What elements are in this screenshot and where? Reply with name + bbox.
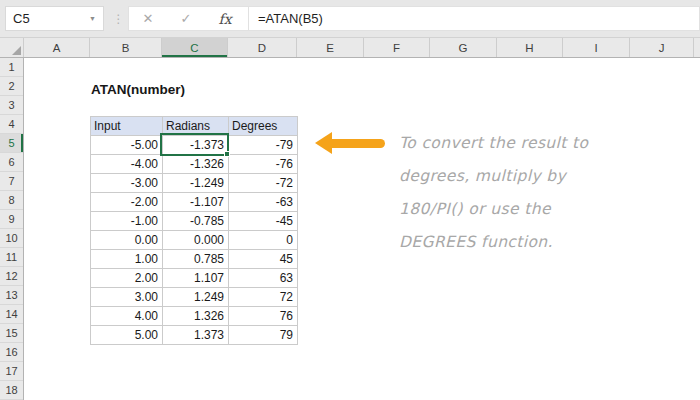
column-header-g[interactable]: G [430, 38, 497, 57]
cell-c15[interactable]: 1.373 [163, 326, 229, 345]
cell-c11[interactable]: 0.785 [163, 250, 229, 269]
note-line: To convert the result to [399, 127, 588, 160]
cell-c9[interactable]: -0.785 [163, 212, 229, 231]
table-row: -2.00 -1.107 -63 [91, 193, 298, 212]
table-row: 1.00 0.785 45 [91, 250, 298, 269]
row-header-12[interactable]: 12 [0, 267, 23, 286]
insert-function-icon[interactable]: fx [205, 11, 245, 27]
row-header-9[interactable]: 9 [0, 210, 23, 229]
cell-b8[interactable]: -2.00 [91, 193, 163, 212]
annotation-note: To convert the result to degrees, multip… [399, 127, 588, 259]
fill-handle[interactable] [224, 151, 230, 157]
row-header-15[interactable]: 15 [0, 324, 23, 343]
function-title-cell[interactable]: ATAN(number) [91, 82, 185, 97]
row-header-8[interactable]: 8 [0, 191, 23, 210]
cell-d9[interactable]: -45 [229, 212, 298, 231]
table-row: -3.00 -1.249 -72 [91, 174, 298, 193]
cell-c5-active[interactable]: -1.373 [163, 136, 229, 155]
cell-d5[interactable]: -79 [229, 136, 298, 155]
select-all-triangle-icon [12, 46, 21, 55]
cell-c10[interactable]: 0.000 [163, 231, 229, 250]
column-header-j[interactable]: J [630, 38, 694, 57]
cell-c7[interactable]: -1.249 [163, 174, 229, 193]
cell-d15[interactable]: 79 [229, 326, 298, 345]
row-header-5[interactable]: 5 [0, 134, 23, 153]
table-header-row: Input Radians Degrees [91, 117, 298, 136]
cell-d8[interactable]: -63 [229, 193, 298, 212]
row-header-11[interactable]: 11 [0, 248, 23, 267]
cell-c12[interactable]: 1.107 [163, 269, 229, 288]
name-box-value: C5 [13, 11, 30, 26]
table-row: 4.00 1.326 76 [91, 307, 298, 326]
cell-b5[interactable]: -5.00 [91, 136, 163, 155]
column-header-h[interactable]: H [497, 38, 563, 57]
table-row: 0.00 0.000 0 [91, 231, 298, 250]
cell-b9[interactable]: -1.00 [91, 212, 163, 231]
column-header-e[interactable]: E [297, 38, 364, 57]
toolbar-separator-dots-icon: ⋮ [112, 6, 126, 31]
table-row: -5.00 -1.373 -79 [91, 136, 298, 155]
cell-d7[interactable]: -72 [229, 174, 298, 193]
cell-b15[interactable]: 5.00 [91, 326, 163, 345]
row-header-strip: 1 2 3 4 5 6 7 8 9 10 11 12 13 14 15 16 1… [0, 58, 24, 400]
row-header-13[interactable]: 13 [0, 286, 23, 305]
formula-toolbar: C5 ▼ ⋮ ✕ ✓ fx =ATAN(B5) [0, 0, 700, 38]
cell-b14[interactable]: 4.00 [91, 307, 163, 326]
cancel-icon[interactable]: ✕ [129, 11, 167, 26]
header-cell-degrees[interactable]: Degrees [229, 117, 298, 136]
table-row: -1.00 -0.785 -45 [91, 212, 298, 231]
name-box-dropdown-icon[interactable]: ▼ [89, 15, 103, 22]
table-row: 2.00 1.107 63 [91, 269, 298, 288]
column-header-c[interactable]: C [162, 38, 228, 57]
row-header-17[interactable]: 17 [0, 362, 23, 381]
cell-d12[interactable]: 63 [229, 269, 298, 288]
column-header-d[interactable]: D [228, 38, 297, 57]
row-header-1[interactable]: 1 [0, 58, 23, 77]
row-header-4[interactable]: 4 [0, 115, 23, 134]
column-header-f[interactable]: F [364, 38, 430, 57]
row-header-18[interactable]: 18 [0, 381, 23, 400]
formula-bar-input[interactable]: =ATAN(B5) [249, 11, 323, 26]
cell-c13[interactable]: 1.249 [163, 288, 229, 307]
atan-example-table: Input Radians Degrees -5.00 -1.373 -79 -… [90, 116, 298, 345]
cell-b6[interactable]: -4.00 [91, 155, 163, 174]
row-header-2[interactable]: 2 [0, 77, 23, 96]
row-header-16[interactable]: 16 [0, 343, 23, 362]
table-row: 5.00 1.373 79 [91, 326, 298, 345]
select-all-corner[interactable] [0, 38, 24, 57]
cell-d14[interactable]: 76 [229, 307, 298, 326]
annotation-arrow-shaft [329, 139, 385, 148]
confirm-icon[interactable]: ✓ [167, 11, 205, 26]
note-line: 180/PI() or use the [399, 193, 588, 226]
name-box[interactable]: C5 ▼ [5, 6, 104, 31]
row-header-10[interactable]: 10 [0, 229, 23, 248]
column-header-b[interactable]: B [90, 38, 162, 57]
cell-d6[interactable]: -76 [229, 155, 298, 174]
column-header-a[interactable]: A [24, 38, 90, 57]
cell-b13[interactable]: 3.00 [91, 288, 163, 307]
excel-window: C5 ▼ ⋮ ✕ ✓ fx =ATAN(B5) A B C D E F G H … [0, 0, 700, 400]
formula-strip: ✕ ✓ fx =ATAN(B5) [128, 6, 700, 31]
note-line: degrees, multiply by [399, 160, 588, 193]
table-row: -4.00 -1.326 -76 [91, 155, 298, 174]
cell-b10[interactable]: 0.00 [91, 231, 163, 250]
table-row: 3.00 1.249 72 [91, 288, 298, 307]
row-header-6[interactable]: 6 [0, 153, 23, 172]
column-header-i[interactable]: I [563, 38, 630, 57]
cell-c8[interactable]: -1.107 [163, 193, 229, 212]
header-cell-radians[interactable]: Radians [163, 117, 229, 136]
row-header-14[interactable]: 14 [0, 305, 23, 324]
cell-d11[interactable]: 45 [229, 250, 298, 269]
cell-b7[interactable]: -3.00 [91, 174, 163, 193]
column-header-strip: A B C D E F G H I J [0, 38, 700, 58]
cell-d13[interactable]: 72 [229, 288, 298, 307]
note-line: DEGREES function. [399, 226, 588, 259]
row-header-7[interactable]: 7 [0, 172, 23, 191]
cell-b11[interactable]: 1.00 [91, 250, 163, 269]
cell-c14[interactable]: 1.326 [163, 307, 229, 326]
row-header-3[interactable]: 3 [0, 96, 23, 115]
cell-d10[interactable]: 0 [229, 231, 298, 250]
header-cell-input[interactable]: Input [91, 117, 163, 136]
cell-c6[interactable]: -1.326 [163, 155, 229, 174]
cell-b12[interactable]: 2.00 [91, 269, 163, 288]
